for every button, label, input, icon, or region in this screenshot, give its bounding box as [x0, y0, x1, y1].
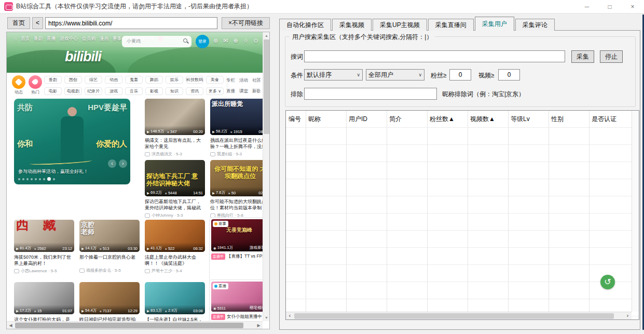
link-music-chart[interactable]: 新歌热榜	[252, 88, 261, 95]
live-title[interactable]: 女仆小姐姐直播中	[227, 314, 262, 320]
home-button[interactable]: 首页	[7, 17, 30, 29]
bili-search-box[interactable]: 小黄鸡	[122, 36, 191, 47]
video-thumbnail[interactable]: 你可能不知道的 大坝翻跳点位 ▶7.6万 ≡50 02:54	[210, 160, 263, 196]
link-classroom[interactable]: 课堂	[239, 88, 248, 95]
category-pill[interactable]: 游戏	[105, 87, 122, 95]
column-header-bio[interactable]: 简介	[387, 115, 427, 124]
link-community[interactable]: 社区中心	[252, 77, 261, 84]
scroll-right-icon[interactable]: ▶	[255, 322, 263, 329]
video-thumbnail[interactable]: ▶41.1万 ≡522 06:32	[145, 220, 205, 252]
stop-button[interactable]: 停止	[600, 50, 623, 63]
close-button[interactable]: ×	[621, 0, 644, 14]
video-title[interactable]: 那个操着一口京腔的良心老师	[79, 254, 140, 260]
sort-dropdown[interactable]: 默认排序 ∨	[304, 69, 363, 81]
video-card[interactable]: 西藏 ▶81.4万 ≡2582 23:12 海拔5070米，我们来到了世界上最高…	[14, 220, 74, 274]
live-thumbnail[interactable]: 直播 ◉5311 萌宅领域	[211, 282, 263, 312]
category-pill[interactable]: 美食	[206, 76, 224, 84]
page-vertical-scrollbar[interactable]: ▲ ▼	[263, 32, 269, 321]
scroll-left-icon[interactable]: ‹	[286, 312, 294, 320]
video-author[interactable]: 芦苇十三少 · 5-4	[145, 268, 205, 274]
category-pill[interactable]: 资讯	[186, 87, 203, 95]
category-pill[interactable]: 鬼畜	[125, 76, 143, 84]
carousel-banner[interactable]: 共防HPV要趁早 你和你爱的人 参与动画种草活动，赢现全好礼！ ‹ ›	[14, 99, 130, 184]
video-title[interactable]: 探访巴基斯坦地下兵工厂，意外结识神秘大佬，揭秘武器制造...	[145, 198, 205, 211]
login-button[interactable]: 登录	[196, 35, 209, 48]
category-pill[interactable]: 国创	[64, 76, 82, 84]
bili-nav-bangumi[interactable]: 番剧	[33, 35, 43, 42]
carousel-next-button[interactable]: ›	[119, 159, 127, 168]
video-author[interactable]: 演员杨清文 · 5-3	[145, 151, 205, 157]
column-header-videos[interactable]: 视频数▲	[468, 115, 508, 124]
video-title[interactable]: 海拔5070米，我们来到了世界上最高的村！	[14, 254, 74, 266]
video-thumbnail[interactable]: ▶83.1万 ≡2.9万 03:06	[145, 282, 205, 314]
keyword-input[interactable]	[304, 50, 565, 62]
live-card[interactable]: 直播 ◉5311 萌宅领域 直播中 女仆小姐姐直播中	[209, 279, 263, 321]
video-card[interactable]: ▶83.1万 ≡2.9万 03:06 【一招永逝】白丝妹2.5米，已疯	[145, 282, 205, 321]
video-thumbnail[interactable]: 京腔 老师 ▶14.1万 ≡513 03:30	[79, 220, 140, 252]
video-thumbnail[interactable]: 探访地下兵工厂 意外结识神秘大佬 ▶69.2万 ≡5448 14:51	[145, 160, 205, 196]
disabled-link-button[interactable]: ×不可用链接	[222, 17, 270, 29]
category-pill[interactable]: 综艺	[85, 76, 102, 84]
table-vertical-scrollbar[interactable]	[632, 111, 639, 312]
table-horizontal-scrollbar[interactable]: ‹ ›	[286, 312, 632, 319]
search-icon[interactable]	[183, 38, 187, 43]
bili-nav-game-center[interactable]: 游戏中心	[59, 35, 78, 42]
videos-min-input[interactable]	[498, 69, 520, 81]
video-card[interactable]: ▶148.5万 ≡347 00:20 杨清文：这后宫有点乱，大家给个意见 演员杨…	[145, 99, 205, 157]
video-title[interactable]: 【一招永逝】白丝妹2.5米，已疯	[145, 316, 205, 321]
exclude-input[interactable]	[304, 88, 437, 100]
column-header-index[interactable]: 编号	[286, 115, 306, 124]
category-pill[interactable]: 影视	[145, 87, 163, 95]
video-title[interactable]: 你可能不知道的大坝翻跳点位！素材均当前版本录制！	[210, 198, 263, 211]
member-icon[interactable]: ⊛	[213, 37, 218, 44]
video-card[interactable]: ▶41.1万 ≡522 06:32 法庭上禁止举办武林大会啊！！《搞笑法庭》 芦…	[145, 220, 205, 274]
video-author[interactable]: 小西Lawrence · 5-5	[14, 268, 74, 274]
scroll-up-icon[interactable]: ▲	[263, 32, 270, 39]
column-header-fans[interactable]: 粉丝数▲	[427, 115, 468, 124]
category-pill[interactable]: 电视剧	[64, 87, 82, 95]
tab-collect-users[interactable]: 采集用户	[475, 17, 514, 31]
url-input[interactable]	[45, 17, 217, 29]
scroll-down-icon[interactable]: ▼	[263, 314, 270, 321]
link-live[interactable]: 直播	[226, 88, 235, 95]
video-title[interactable]: 挑战在派出所过夜是什么体验？一晚上折腾不停，没想到有那...	[210, 137, 263, 150]
category-pill-more[interactable]: 更多 ∨	[206, 87, 224, 95]
column-header-nickname[interactable]: 昵称	[306, 115, 346, 124]
video-thumbnail[interactable]: 派出所睡觉 ▶58.2万 ≡1915 08:44	[210, 99, 263, 135]
feed-tab-dynamic[interactable]: 动态	[11, 75, 26, 95]
video-card[interactable]: 探访地下兵工厂 意外结识神秘大佬 ▶69.2万 ≡5448 14:51 探访巴基…	[145, 160, 205, 218]
dynamic-icon[interactable]: ⊕	[233, 37, 238, 44]
video-title[interactable]: 杨清文：这后宫有点乱，大家给个意见	[145, 137, 205, 150]
video-title[interactable]: 法庭上禁止举办武林大会啊！！《搞笑法庭》	[145, 254, 205, 266]
feed-tab-hot[interactable]: 热门	[28, 75, 43, 95]
bili-nav-shop[interactable]: 会员购	[81, 35, 95, 42]
bili-nav-esports[interactable]: 赛事	[112, 35, 121, 42]
video-card[interactable]: ▶17.2万 ≡15 01:07 这个女仆装打扮的大妈，是不是你	[14, 282, 74, 321]
column-header-gender[interactable]: 性别	[549, 115, 589, 124]
video-title[interactable]: 昨日神剧已经拍完新造型拍出来了	[79, 316, 140, 321]
fans-min-input[interactable]	[449, 69, 471, 81]
live-title[interactable]: 【直播】TT vs FPX	[227, 253, 263, 260]
video-author[interactable]: 戏很多的金兑 · 5-5	[79, 268, 140, 273]
category-pill[interactable]: 舞蹈	[145, 76, 163, 84]
carousel-dots[interactable]	[18, 177, 55, 181]
video-thumbnail[interactable]: ▶54.4万 ≡7137 12:29	[79, 282, 140, 314]
category-pill[interactable]: 番剧	[44, 76, 62, 84]
category-pill[interactable]: 动画	[105, 76, 122, 84]
usertype-dropdown[interactable]: 全部用户 ∨	[366, 69, 424, 81]
bili-nav-live[interactable]: 直播	[46, 35, 56, 42]
category-pill[interactable]: 电影	[44, 87, 62, 95]
favorite-icon[interactable]: ☆	[243, 37, 249, 44]
minimize-button[interactable]: ─	[576, 0, 598, 14]
category-pill[interactable]: 科技数码	[186, 76, 203, 84]
column-header-verified[interactable]: 是否认证	[589, 115, 624, 124]
bili-nav-home[interactable]: 首页	[20, 35, 30, 42]
video-author[interactable]: 小钟Johnny · 5-3	[145, 212, 205, 218]
collect-button[interactable]: 采集	[571, 50, 594, 63]
category-pill[interactable]: 音乐	[125, 87, 143, 95]
message-icon[interactable]: ✉	[223, 37, 228, 44]
column-header-level[interactable]: 等级Lv	[508, 115, 549, 124]
link-activity[interactable]: 活动	[239, 77, 248, 84]
bili-nav-manga[interactable]: 漫画	[99, 35, 108, 42]
category-pill[interactable]: 娱乐	[166, 76, 183, 84]
